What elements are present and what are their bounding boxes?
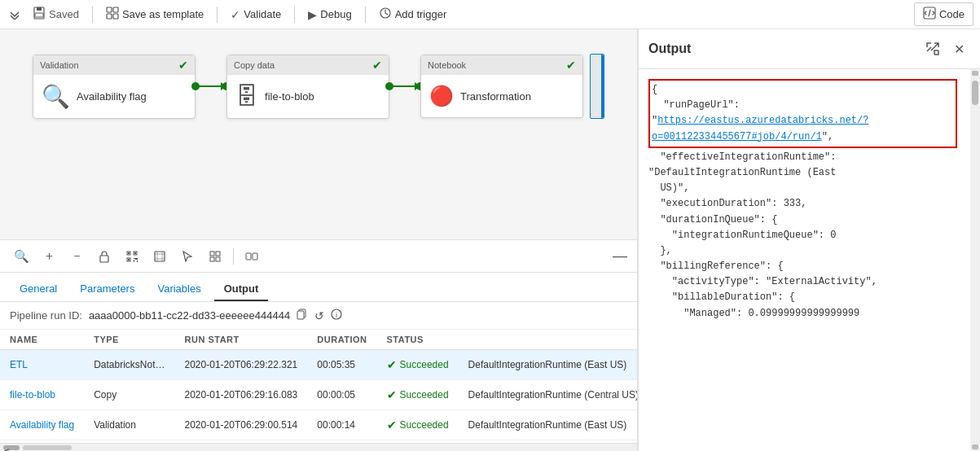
table-row[interactable]: file-to-blob Copy 2020-01-20T06:29:16.08…	[0, 380, 637, 410]
zoom-in-tool[interactable]: ＋	[37, 245, 60, 268]
output-runtime-queue: "integrationRuntimeQueue": 0	[648, 228, 957, 243]
scrollbar-down-arrow[interactable]	[972, 444, 978, 449]
row-1-status-text: Succeeded	[400, 389, 449, 401]
table-row[interactable]: ETL DatabricksNot… 2020-01-20T06:29:22.3…	[0, 350, 637, 380]
frame-tool[interactable]	[148, 245, 171, 268]
output-effective-runtime: "effectiveIntegrationRuntime": "DefaultI…	[648, 150, 957, 197]
output-panel-actions: ✕	[921, 37, 970, 60]
scrollbar-thumb[interactable]	[972, 81, 978, 105]
output-managed: "Managed": 0.09999999999999999	[648, 306, 957, 322]
copy-data-node-type: Copy data	[234, 60, 275, 70]
output-content: { "runPageUrl": "https://eastus.azuredat…	[639, 69, 970, 451]
run-info-bar: Pipeline run ID: aaaa0000-bb11-cc22-dd33…	[0, 302, 637, 330]
svg-rect-23	[210, 257, 214, 261]
partial-node-indicator	[590, 54, 604, 119]
template-icon	[106, 7, 119, 22]
pipeline-canvas[interactable]: Validation ✔ 🔍 Availability flag	[0, 29, 637, 239]
svg-rect-21	[210, 252, 214, 256]
run-info-label: Pipeline run ID:	[10, 309, 82, 322]
col-duration: DURATION	[307, 330, 376, 350]
tab-output[interactable]: Output	[214, 278, 269, 301]
lock-tool[interactable]	[93, 245, 116, 268]
notebook-node[interactable]: Notebook ✔ 🔴 Transformation	[420, 55, 583, 118]
svg-rect-6	[113, 14, 118, 19]
tab-parameters[interactable]: Parameters	[70, 278, 144, 301]
zoom-out-tool[interactable]: －	[65, 245, 88, 268]
toolbar-right: Code	[914, 2, 973, 26]
svg-rect-24	[216, 257, 220, 261]
row-0-runtime: DefaultIntegrationRuntime (East US)	[459, 350, 637, 380]
col-name: NAME	[0, 330, 84, 350]
tab-variables[interactable]: Variables	[147, 278, 210, 301]
copy-data-node[interactable]: Copy data ✔ 🗄 file-to-blob	[226, 55, 389, 119]
col-type: TYPE	[84, 330, 174, 350]
svg-rect-19	[137, 261, 138, 262]
svg-rect-22	[216, 252, 220, 256]
expand-output-button[interactable]	[921, 37, 944, 60]
row-2-status-text: Succeeded	[400, 419, 449, 431]
svg-rect-1	[37, 7, 42, 11]
row-1-status-icon: ✔	[387, 388, 397, 401]
row-1-run-start: 2020-01-20T06:29:16.083	[175, 380, 308, 410]
pipeline-nodes: Validation ✔ 🔍 Availability flag	[0, 29, 637, 143]
svg-rect-16	[134, 258, 138, 259]
close-output-button[interactable]: ✕	[947, 37, 970, 60]
scrollbar-up-arrow[interactable]	[972, 71, 978, 76]
row-2-status-icon: ✔	[387, 418, 397, 431]
row-1-runtime: DefaultIntegrationRuntime (Central US)	[459, 380, 637, 410]
copy-data-node-label: file-to-blob	[265, 90, 314, 103]
bottom-tabs: General Parameters Variables Output	[0, 273, 637, 302]
table-row[interactable]: Availability flag Validation 2020-01-20T…	[0, 410, 637, 440]
scrollbar-thumb[interactable]	[23, 445, 72, 450]
svg-rect-13	[128, 252, 130, 254]
output-vertical-scrollbar[interactable]	[970, 69, 980, 451]
output-highlight-box: { "runPageUrl": "https://eastus.azuredat…	[648, 79, 957, 148]
horizontal-scrollbar[interactable]: <	[0, 443, 637, 451]
output-url-link[interactable]: https://eastus.azuredatabricks.net/?o=00…	[652, 115, 868, 142]
validation-node-body: 🔍 Availability flag	[33, 75, 195, 118]
canvas-toolbar: 🔍 ＋ － —	[0, 239, 637, 272]
output-content-container: { "runPageUrl": "https://eastus.azuredat…	[639, 69, 980, 451]
tab-general[interactable]: General	[10, 278, 67, 301]
run-id-value: aaaa0000-bb11-cc22-dd33-eeeeee444444	[89, 309, 290, 322]
cursor-tool[interactable]	[176, 245, 199, 268]
validation-node[interactable]: Validation ✔ 🔍 Availability flag	[33, 55, 196, 119]
row-0-status-text: Succeeded	[400, 359, 449, 370]
notebook-node-body: 🔴 Transformation	[421, 75, 582, 117]
minimize-handle[interactable]: —	[613, 247, 627, 265]
collapse-button[interactable]	[7, 7, 23, 23]
info-icon[interactable]: i	[331, 309, 342, 322]
svg-rect-20	[155, 252, 165, 261]
scrollbar-left-arrow[interactable]: <	[3, 445, 20, 450]
copy-data-node-icon: 🗄	[235, 83, 258, 110]
validation-node-label: Availability flag	[77, 90, 147, 103]
table-header-row: NAME TYPE RUN START DURATION STATUS	[0, 330, 637, 350]
validate-label: Validate	[244, 8, 281, 20]
copy-run-id-icon[interactable]	[297, 309, 308, 322]
saved-label: Saved	[49, 8, 79, 20]
debug-button[interactable]: ▶ Debug	[301, 5, 358, 24]
refresh-icon[interactable]: ↺	[314, 309, 324, 322]
add-trigger-button[interactable]: Add trigger	[372, 3, 454, 25]
col-run-start: RUN START	[175, 330, 308, 350]
group-tool[interactable]	[240, 245, 263, 268]
search-canvas-tool[interactable]: 🔍	[10, 245, 33, 268]
row-2-runtime: DefaultIntegrationRuntime (East US)	[459, 410, 637, 440]
svg-rect-17	[134, 260, 134, 262]
connector-1-line	[196, 85, 221, 87]
svg-text:i: i	[336, 311, 337, 319]
output-close-brace-1: },	[648, 243, 957, 259]
validate-button[interactable]: ✓ Validate	[224, 5, 288, 24]
connector-1	[196, 82, 226, 90]
code-button[interactable]: Code	[914, 2, 973, 26]
row-0-status-icon: ✔	[387, 358, 397, 371]
save-as-template-button[interactable]: Save as template	[99, 3, 210, 25]
col-status: STATUS	[377, 330, 459, 350]
grid-tool[interactable]	[204, 245, 226, 268]
output-billing-reference: "billingReference": {	[648, 259, 957, 274]
code-label: Code	[939, 8, 965, 20]
validation-success-icon: ✔	[178, 59, 188, 72]
qr-tool[interactable]	[121, 245, 143, 268]
validation-node-icon: 🔍	[42, 83, 70, 110]
svg-rect-15	[128, 259, 130, 261]
